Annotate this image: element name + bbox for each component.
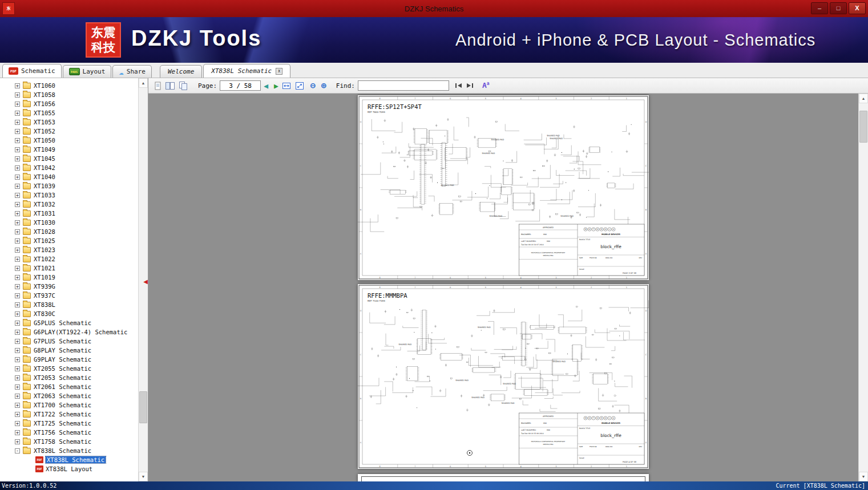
expand-icon[interactable]: +: [15, 430, 20, 435]
expand-icon[interactable]: +: [15, 293, 20, 298]
viewer-scrollbar-track[interactable]: [859, 103, 868, 472]
expand-icon[interactable]: +: [15, 147, 20, 152]
tab-layout[interactable]: PADSLayout: [63, 65, 112, 78]
sidebar-item-xt1028[interactable]: +XT1028: [0, 227, 138, 236]
expand-icon[interactable]: +: [15, 339, 20, 344]
expand-icon[interactable]: +: [15, 92, 20, 98]
doc-tab-welcome[interactable]: Welcome: [160, 65, 202, 78]
expand-icon[interactable]: +: [15, 375, 20, 380]
scroll-up-icon[interactable]: ▲: [139, 78, 148, 88]
expand-icon[interactable]: +: [15, 129, 20, 134]
expand-icon[interactable]: +: [15, 266, 20, 271]
viewer-scrollbar[interactable]: ▲ ▼: [858, 94, 868, 481]
sidebar-item-xt1055[interactable]: +XT1055: [0, 108, 138, 118]
expand-icon[interactable]: +: [15, 321, 20, 326]
sidebar-item-g9play-schematic[interactable]: +G9PLAY Schematic: [0, 355, 138, 364]
sidebar-item-xt1023[interactable]: +XT1023: [0, 245, 138, 254]
sidebar-item-xt1060[interactable]: +XT1060: [0, 81, 138, 90]
expand-icon[interactable]: +: [15, 248, 20, 253]
expand-icon[interactable]: +: [15, 348, 20, 353]
expand-icon[interactable]: +: [15, 366, 20, 371]
page-input[interactable]: [220, 80, 261, 91]
tab-share[interactable]: ☁Share: [112, 65, 152, 78]
sidebar-item-xt1042[interactable]: +XT1042: [0, 163, 138, 172]
expand-icon[interactable]: +: [15, 284, 20, 289]
expand-icon[interactable]: +: [15, 384, 20, 390]
sidebar-item-g6play-xt1922-4-schematic[interactable]: +G6PLAY(XT1922-4) Schematic: [0, 327, 138, 337]
maximize-button[interactable]: □: [830, 2, 847, 14]
close-button[interactable]: X: [849, 2, 866, 14]
sidebar-item-xt838l-layout[interactable]: PDFXT838L Layout: [0, 464, 138, 473]
sidebar-item-xt1022[interactable]: +XT1022: [0, 254, 138, 264]
fit-page-button[interactable]: [294, 81, 305, 91]
sidebar-item-xt939g[interactable]: +XT939G: [0, 282, 138, 291]
sidebar-item-xt838l[interactable]: +XT838L: [0, 300, 138, 309]
find-input[interactable]: [358, 80, 449, 91]
expand-icon[interactable]: +: [15, 330, 20, 335]
collapse-icon[interactable]: -: [15, 448, 20, 453]
expand-icon[interactable]: +: [15, 102, 20, 107]
sidebar-item-xt1033[interactable]: +XT1033: [0, 191, 138, 200]
expand-icon[interactable]: +: [15, 421, 20, 426]
schematic-page-2[interactable]: 8877665544332211DDCCBBAARFFE:MMMBPAREF 7…: [358, 284, 649, 469]
sidebar-item-g7plus-schematic[interactable]: +G7PLUS Schematic: [0, 337, 138, 346]
expand-icon[interactable]: +: [15, 357, 20, 362]
page-view-facing-button[interactable]: [165, 81, 175, 91]
next-page-button[interactable]: ▶: [274, 82, 278, 90]
sidebar-item-xt1032[interactable]: +XT1032: [0, 200, 138, 209]
expand-icon[interactable]: +: [15, 394, 20, 399]
expand-icon[interactable]: +: [15, 184, 20, 189]
sidebar-item-xt1050[interactable]: +XT1050: [0, 136, 138, 145]
fit-width-button[interactable]: [281, 81, 292, 91]
scroll-down-icon[interactable]: ▼: [859, 472, 868, 481]
expand-icon[interactable]: +: [15, 165, 20, 171]
page-view-single-button[interactable]: [153, 81, 162, 91]
sidebar-item-g5plus-schematic[interactable]: +G5PLUS Schematic: [0, 318, 138, 327]
sidebar-item-xt838l-schematic[interactable]: -XT838L Schematic: [0, 446, 138, 455]
expand-icon[interactable]: +: [15, 202, 20, 207]
expand-icon[interactable]: +: [15, 83, 20, 88]
viewer-scrollbar-thumb[interactable]: [859, 111, 867, 143]
sidebar-item-xt1021[interactable]: +XT1021: [0, 264, 138, 273]
expand-icon[interactable]: +: [15, 111, 20, 116]
scroll-up-icon[interactable]: ▲: [859, 94, 868, 103]
sidebar-item-xt1700-schematic[interactable]: +XT1700 Schematic: [0, 400, 138, 410]
sidebar-item-xt2053-schematic[interactable]: +XT2053 Schematic: [0, 373, 138, 382]
sidebar-item-xt1052[interactable]: +XT1052: [0, 127, 138, 136]
expand-icon[interactable]: +: [15, 120, 20, 125]
sidebar-item-xt1758-schematic[interactable]: +XT1758 Schematic: [0, 437, 138, 446]
sidebar-item-xt1039[interactable]: +XT1039: [0, 181, 138, 191]
sidebar-item-xt838l-schematic[interactable]: PDFXT838L Schematic: [0, 455, 138, 464]
expand-icon[interactable]: +: [15, 311, 20, 317]
sidebar-item-xt1030[interactable]: +XT1030: [0, 218, 138, 227]
sidebar-item-xt2061-schematic[interactable]: +XT2061 Schematic: [0, 382, 138, 391]
sidebar-item-xt1058[interactable]: +XT1058: [0, 90, 138, 99]
font-size-button[interactable]: Aa: [482, 81, 490, 90]
close-tab-icon[interactable]: x: [276, 68, 282, 75]
page-view-continuous-button[interactable]: [178, 81, 188, 91]
sidebar-item-g8play-schematic[interactable]: +G8PLAY Schematic: [0, 346, 138, 355]
expand-icon[interactable]: +: [15, 220, 20, 225]
minimize-button[interactable]: –: [811, 2, 828, 14]
zoom-out-button[interactable]: ⊖: [310, 80, 316, 91]
expand-icon[interactable]: +: [15, 229, 20, 234]
sidebar-scrollbar-thumb[interactable]: [139, 391, 147, 423]
expand-icon[interactable]: +: [15, 238, 20, 244]
find-next-button[interactable]: [466, 82, 474, 89]
sidebar-item-xt1019[interactable]: +XT1019: [0, 273, 138, 282]
expand-icon[interactable]: +: [15, 302, 20, 307]
sidebar-item-xt1040[interactable]: +XT1040: [0, 172, 138, 181]
sidebar-item-xt1056[interactable]: +XT1056: [0, 99, 138, 108]
expand-icon[interactable]: +: [15, 439, 20, 444]
expand-icon[interactable]: +: [15, 275, 20, 280]
previous-page-button[interactable]: ◀: [264, 82, 268, 90]
scroll-down-icon[interactable]: ▼: [139, 472, 148, 481]
doc-tab-xt838l-schematic[interactable]: XT838L Schematicx: [203, 64, 290, 78]
sidebar-item-xt1053[interactable]: +XT1053: [0, 118, 138, 127]
sidebar-item-xt1045[interactable]: +XT1045: [0, 154, 138, 163]
expand-icon[interactable]: +: [15, 138, 20, 143]
zoom-in-button[interactable]: ⊕: [321, 80, 326, 91]
sidebar-item-xt1725-schematic[interactable]: +XT1725 Schematic: [0, 419, 138, 428]
sidebar-item-xt2055-schematic[interactable]: +XT2055 Schematic: [0, 364, 138, 373]
expand-icon[interactable]: +: [15, 211, 20, 216]
